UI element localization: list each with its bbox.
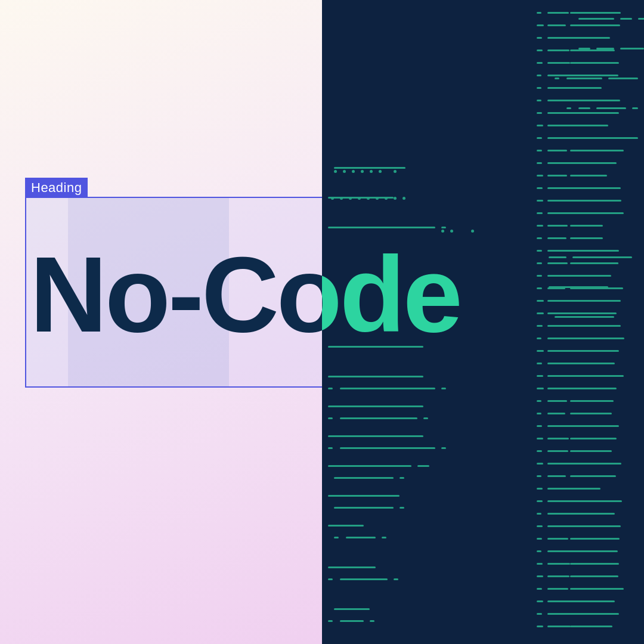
left-panel: Heading (0, 0, 322, 644)
right-panel (322, 0, 644, 644)
heading-tag: Heading (25, 178, 88, 198)
page-container: Heading No-Code No-Code (0, 0, 644, 644)
ui-frame: Heading (25, 197, 323, 388)
column-right (229, 198, 324, 386)
code-background (322, 0, 644, 644)
column-left (26, 198, 68, 386)
column-mid (68, 198, 229, 386)
